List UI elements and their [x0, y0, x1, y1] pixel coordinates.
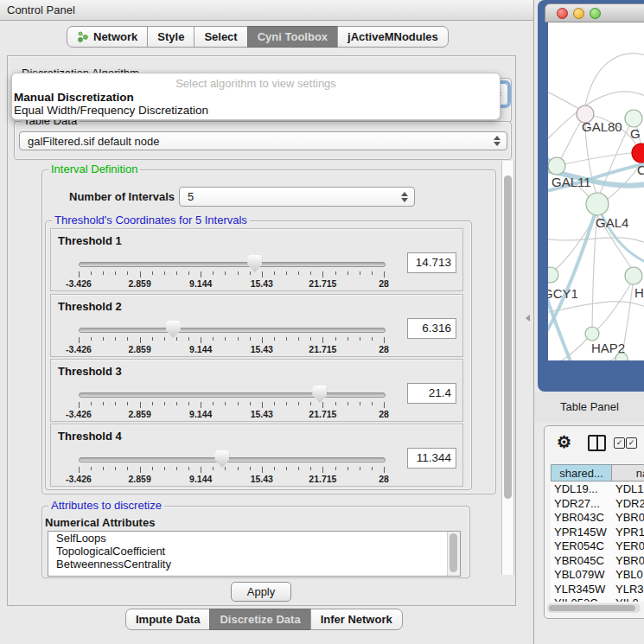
- cell-shared-name: YLR345W: [554, 583, 605, 597]
- slider-tick: [360, 337, 360, 341]
- slider-tick: [152, 271, 153, 275]
- screen: Control Panel ✕ NetworkStyleSelectCyni T…: [0, 0, 644, 644]
- split-view-icon[interactable]: [588, 435, 606, 451]
- slider-tick: [262, 402, 263, 408]
- slider-tick: [322, 402, 323, 408]
- network-node-h[interactable]: [625, 267, 642, 284]
- slider-tick: [176, 337, 177, 341]
- attribute-item-topologicalcoefficient[interactable]: TopologicalCoefficient: [48, 545, 460, 558]
- popup-item-manual-discretization[interactable]: Manual Discretization: [14, 91, 134, 104]
- slider-thumb[interactable]: [247, 255, 262, 272]
- checkbox-checked-icon[interactable]: ✓: [626, 437, 637, 449]
- tab-label: Impute Data: [136, 609, 200, 629]
- checkbox-checked-icon[interactable]: ✓: [614, 437, 625, 449]
- network-node-gal11[interactable]: [548, 157, 565, 175]
- table-row[interactable]: YLR345WYLR3: [551, 583, 644, 597]
- node-label: GAL4: [596, 215, 628, 230]
- settings-scrollbar[interactable]: [501, 161, 514, 575]
- threshold-value-field[interactable]: 11.344: [407, 448, 456, 469]
- network-node-gcy1[interactable]: [548, 267, 558, 283]
- threshold-value-field[interactable]: 14.713: [407, 252, 456, 273]
- slider-thumb[interactable]: [312, 386, 327, 403]
- table-row[interactable]: YER054CYER0: [551, 539, 644, 554]
- slider-tick: [238, 271, 239, 275]
- table-row[interactable]: YPR145WYPR1: [551, 526, 644, 540]
- threshold-value-field[interactable]: 6.316: [407, 318, 456, 339]
- scrollbar-thumb[interactable]: [504, 175, 512, 499]
- threshold-value-field[interactable]: 21.4: [407, 383, 456, 404]
- table-row[interactable]: YBL079WYBL0: [551, 568, 644, 583]
- popup-item-equal-width-frequency-discretization[interactable]: Equal Width/Frequency Discretization: [14, 104, 208, 117]
- slider-tick: [360, 271, 360, 275]
- close-traffic-light-icon[interactable]: [557, 8, 568, 19]
- attribute-item-betweennesscentrality[interactable]: BetweennessCentrality: [48, 558, 460, 571]
- slider-tick-label: 28: [379, 474, 389, 484]
- list-scrollbar[interactable]: [447, 532, 460, 576]
- network-node-c[interactable]: [632, 143, 644, 163]
- zoom-traffic-light-icon[interactable]: [590, 8, 601, 19]
- slider-track[interactable]: [79, 262, 386, 267]
- tab-impute-data[interactable]: Impute Data: [125, 609, 210, 630]
- tab-infer-network[interactable]: Infer Network: [310, 609, 403, 630]
- numerical-attributes-list[interactable]: SelfLoopsTopologicalCoefficientBetweenne…: [48, 531, 461, 577]
- slider-tick: [310, 337, 311, 341]
- threshold-label: Threshold 1: [58, 234, 122, 247]
- network-node-hap2[interactable]: [585, 327, 599, 341]
- number-of-intervals-label: Number of Intervals: [69, 190, 175, 203]
- table-hscrollbar[interactable]: [547, 603, 641, 613]
- table-row[interactable]: YBR045CYBR0: [551, 554, 644, 569]
- attribute-items: SelfLoopsTopologicalCoefficientBetweenne…: [48, 532, 460, 571]
- network-node-gal4[interactable]: [586, 193, 609, 215]
- number-of-intervals-combo[interactable]: 5: [179, 187, 415, 207]
- slider-tick: [79, 402, 80, 408]
- table-row[interactable]: YDL19...YDL1: [551, 482, 644, 497]
- cell-name: YPR1: [615, 526, 644, 540]
- table-row[interactable]: YBR043CYBR0: [551, 511, 644, 526]
- table-row[interactable]: YDR27...YDR2: [551, 497, 644, 512]
- slider-thumb[interactable]: [166, 321, 181, 338]
- slider-track[interactable]: [79, 457, 386, 462]
- slider-tick: [262, 467, 263, 473]
- table-data-combo[interactable]: galFiltered.sif default node: [19, 131, 507, 150]
- scrollbar-thumb[interactable]: [549, 605, 635, 611]
- network-canvas[interactable]: GAL80GCGAL11GAL4GCY1HHAP2: [548, 22, 644, 360]
- slider-tick: [115, 271, 116, 275]
- slider-track[interactable]: [79, 328, 386, 333]
- gear-icon[interactable]: ⚙: [557, 432, 571, 452]
- tab-select[interactable]: Select: [194, 26, 247, 48]
- slider-tick: [225, 337, 226, 341]
- column-header-name[interactable]: na: [611, 464, 644, 481]
- apply-button[interactable]: Apply: [231, 582, 291, 602]
- network-edge: [548, 90, 579, 109]
- slider-tick: [360, 402, 360, 405]
- minimize-traffic-light-icon[interactable]: [573, 8, 584, 19]
- slider-tick: [348, 467, 348, 470]
- slider-tick-label: 28: [379, 278, 389, 289]
- threshold-panel-2: Threshold 2-3.4262.8599.14415.4321.71528…: [50, 294, 463, 357]
- tab-style[interactable]: Style: [147, 26, 194, 48]
- slider-tick: [140, 337, 141, 343]
- slider-tick: [360, 467, 360, 470]
- scrollbar-thumb[interactable]: [450, 533, 457, 572]
- network-node-g[interactable]: [625, 110, 642, 127]
- slider-tick: [213, 467, 214, 470]
- table-row[interactable]: YIL053CYIL0: [551, 596, 644, 602]
- panel-splitter-handle-icon[interactable]: [526, 315, 530, 322]
- network-node[interactable]: [615, 353, 628, 360]
- tab-cyni-toolbox[interactable]: Cyni Toolbox: [247, 26, 338, 48]
- tab-jactivemnodules[interactable]: jActiveMNodules: [337, 26, 449, 48]
- slider-tick: [79, 467, 80, 473]
- slider-thumb[interactable]: [214, 450, 229, 468]
- slider-track[interactable]: [79, 392, 386, 398]
- tab-network[interactable]: Network: [67, 26, 148, 48]
- slider-tick: [298, 467, 299, 470]
- slider-tick: [188, 271, 189, 275]
- network-window-titlebar[interactable]: [545, 3, 644, 22]
- column-header-shared-name[interactable]: shared...: [551, 464, 612, 481]
- slider-tick: [91, 402, 92, 405]
- tab-label: Network: [93, 27, 137, 47]
- tab-discretize-data[interactable]: Discretize Data: [209, 609, 310, 630]
- slider-tick: [115, 402, 116, 405]
- threshold-panel-3: Threshold 3-3.4262.8599.14415.4321.71528…: [50, 359, 463, 422]
- attribute-item-selfloops[interactable]: SelfLoops: [48, 532, 460, 545]
